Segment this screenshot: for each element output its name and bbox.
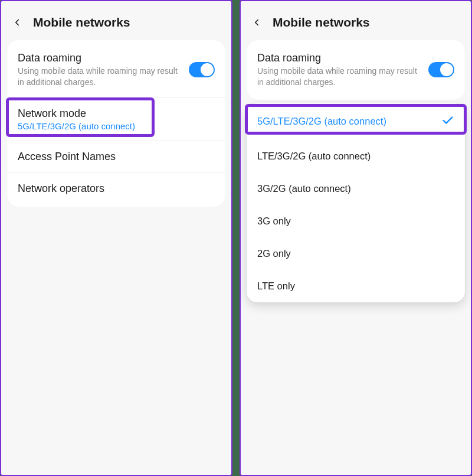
dropdown-option-label: 3G only — [257, 216, 291, 227]
network-mode-current: 5G/LTE/3G/2G (auto connect) — [18, 121, 215, 131]
network-mode-dropdown: 5G/LTE/3G/2G (auto connect) LTE/3G/2G (a… — [247, 103, 465, 302]
dropdown-option-1[interactable]: LTE/3G/2G (auto connect) — [247, 140, 465, 172]
settings-card: Data roaming Using mobile data while roa… — [7, 40, 225, 207]
dropdown-option-4[interactable]: 2G only — [247, 237, 465, 270]
page-title: Mobile networks — [273, 15, 370, 30]
data-roaming-title: Data roaming — [257, 52, 419, 64]
network-mode-title: Network mode — [18, 107, 215, 120]
back-icon[interactable] — [12, 17, 22, 28]
back-icon[interactable] — [251, 17, 262, 28]
phone-screen-left: Mobile networks Data roaming Using mobil… — [0, 0, 232, 476]
data-roaming-subtitle: Using mobile data while roaming may resu… — [18, 66, 179, 88]
dropdown-option-label: LTE only — [257, 281, 295, 292]
data-roaming-title: Data roaming — [18, 52, 179, 64]
row-data-roaming[interactable]: Data roaming Using mobile data while roa… — [7, 43, 225, 98]
header: Mobile networks — [1, 1, 231, 40]
dropdown-option-label: 5G/LTE/3G/2G (auto connect) — [257, 116, 386, 127]
header: Mobile networks — [241, 1, 471, 40]
row-operators[interactable]: Network operators — [7, 173, 225, 204]
dropdown-option-label: 3G/2G (auto connect) — [257, 183, 351, 194]
dropdown-option-label: LTE/3G/2G (auto connect) — [257, 151, 371, 162]
dropdown-option-5[interactable]: LTE only — [247, 270, 465, 302]
row-network-mode[interactable]: Network mode 5G/LTE/3G/2G (auto connect) — [7, 98, 225, 141]
settings-card: Data roaming Using mobile data while roa… — [247, 40, 465, 100]
dropdown-option-2[interactable]: 3G/2G (auto connect) — [247, 172, 465, 205]
row-data-roaming[interactable]: Data roaming Using mobile data while roa… — [247, 43, 465, 97]
dropdown-option-0[interactable]: 5G/LTE/3G/2G (auto connect) — [247, 103, 465, 140]
phone-screen-right: Mobile networks Data roaming Using mobil… — [240, 0, 472, 476]
data-roaming-toggle[interactable] — [189, 62, 215, 77]
check-icon — [441, 114, 454, 129]
dropdown-option-3[interactable]: 3G only — [247, 205, 465, 237]
operators-label: Network operators — [18, 182, 215, 195]
data-roaming-toggle[interactable] — [428, 62, 454, 77]
apn-label: Access Point Names — [18, 151, 215, 163]
row-apn[interactable]: Access Point Names — [7, 141, 225, 173]
dropdown-option-label: 2G only — [257, 248, 291, 259]
page-title: Mobile networks — [33, 15, 130, 30]
data-roaming-subtitle: Using mobile data while roaming may resu… — [257, 66, 419, 88]
